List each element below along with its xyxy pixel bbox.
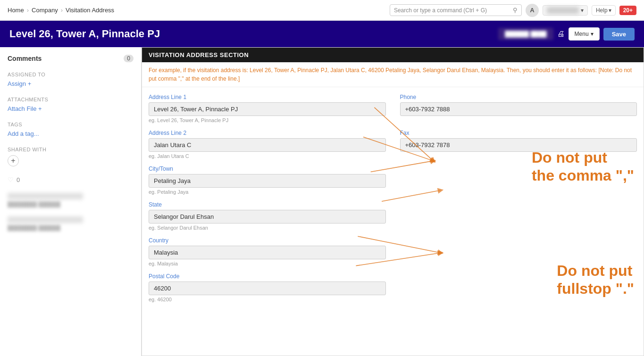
state-label: State xyxy=(149,201,386,208)
address-line2-label: Address Line 2 xyxy=(149,130,386,136)
blurred-text-1: ████████████████████ xyxy=(8,193,83,199)
save-button[interactable]: Save xyxy=(603,28,635,41)
state-right-spacer xyxy=(400,201,637,231)
breadcrumb-current: Visitation Address xyxy=(66,7,114,14)
city-example: eg. Petaling Jaya xyxy=(149,189,386,195)
address-line1-label: Address Line 1 xyxy=(149,94,386,100)
postal-right-spacer xyxy=(400,273,637,302)
address-line1-input[interactable] xyxy=(149,102,386,116)
username-blurred: ████████ xyxy=(547,7,579,14)
dropdown-arrow-icon: ▾ xyxy=(581,7,584,14)
postal-col: Postal Code eg. 46200 xyxy=(149,273,386,302)
blurred-subtext-2: ████████ ██████ xyxy=(8,225,134,231)
city-input[interactable] xyxy=(149,174,386,188)
comments-label: Comments xyxy=(8,55,42,62)
postal-example: eg. 46200 xyxy=(149,297,386,302)
sidebar-blurred-section1: ████████████████████ ████████ ██████ xyxy=(8,193,134,207)
breadcrumb-company[interactable]: Company xyxy=(32,7,58,14)
breadcrumb-sep1: › xyxy=(27,7,29,14)
breadcrumb-sep2: › xyxy=(61,7,63,14)
sidebar-likes-section: ♡ 0 xyxy=(8,176,134,183)
help-button[interactable]: Help ▾ xyxy=(592,5,616,16)
country-right-spacer xyxy=(400,237,637,266)
sidebar-shared-section: SHARED WITH + xyxy=(8,147,134,166)
shared-with-title: SHARED WITH xyxy=(8,147,134,152)
address-line1-col: Address Line 1 eg. Level 26, Tower A, Pi… xyxy=(149,94,386,123)
address-line2-example: eg. Jalan Utara C xyxy=(149,153,386,159)
section-header: VISITATION ADDRESS SECTION xyxy=(142,48,644,62)
main-container: Comments 0 ASSIGNED TO Assign + ATTACHME… xyxy=(0,47,644,356)
form-row-3: City/Town eg. Petaling Jaya xyxy=(149,166,637,195)
notification-button[interactable]: 20+ xyxy=(619,6,636,15)
form-row-5: Country eg. Malaysia xyxy=(149,237,637,266)
blurred-action-button[interactable]: ██████ ████ xyxy=(498,28,553,40)
add-tag-link[interactable]: Add a tag... xyxy=(8,130,39,137)
fax-input[interactable] xyxy=(400,138,637,152)
help-arrow-icon: ▾ xyxy=(609,7,611,14)
attachments-title: ATTACHMENTS xyxy=(8,97,134,102)
blurred-subtext-1: ████████ ██████ xyxy=(8,201,134,207)
address-line2-input[interactable] xyxy=(149,138,386,152)
phone-label: Phone xyxy=(400,94,637,100)
attach-file-link[interactable]: Attach File + xyxy=(8,105,42,112)
form-row-4: State eg. Selangor Darul Ehsan xyxy=(149,201,637,231)
menu-arrow-icon: ▾ xyxy=(591,31,594,37)
country-example: eg. Malaysia xyxy=(149,261,386,266)
phone-input[interactable] xyxy=(400,102,637,116)
country-label: Country xyxy=(149,237,386,244)
sidebar: Comments 0 ASSIGNED TO Assign + ATTACHME… xyxy=(0,47,142,356)
state-input[interactable] xyxy=(149,210,386,224)
sidebar-comments-section: Comments 0 xyxy=(8,55,134,62)
fax-col: Fax xyxy=(400,130,637,159)
city-label: City/Town xyxy=(149,166,386,172)
city-col: City/Town eg. Petaling Jaya xyxy=(149,166,386,195)
country-input[interactable] xyxy=(149,246,386,259)
tags-title: TAGS xyxy=(8,122,134,127)
likes-count: 0 xyxy=(17,176,20,183)
header-actions: ██████ ████ 🖨 Menu ▾ Save xyxy=(498,27,635,41)
section-note: For example, if the visitation address i… xyxy=(142,62,644,87)
add-shared-button[interactable]: + xyxy=(8,155,19,166)
sidebar-attachments-section: ATTACHMENTS Attach File + xyxy=(8,97,134,112)
search-input[interactable] xyxy=(394,7,511,14)
avatar-button[interactable]: A xyxy=(526,4,539,17)
sidebar-tags-section: TAGS Add a tag... xyxy=(8,122,134,137)
comments-count: 0 xyxy=(124,55,134,62)
form-row-6: Postal Code eg. 46200 xyxy=(149,273,637,302)
city-right-spacer xyxy=(400,166,637,195)
sidebar-blurred-section2: ████████████████████ ████████ ██████ xyxy=(8,216,134,231)
user-dropdown[interactable]: ████████ ▾ xyxy=(543,5,588,16)
printer-icon: 🖨 xyxy=(557,30,565,38)
assigned-to-title: ASSIGNED TO xyxy=(8,72,134,77)
page-title: Level 26, Tower A, Pinnacle PJ xyxy=(9,28,498,40)
form-content: Address Line 1 eg. Level 26, Tower A, Pi… xyxy=(142,87,644,315)
state-example: eg. Selangor Darul Ehsan xyxy=(149,225,386,231)
search-bar: ⚲ xyxy=(390,4,522,16)
print-button[interactable]: 🖨 xyxy=(557,30,565,38)
assign-link[interactable]: Assign + xyxy=(8,80,31,87)
content-area: VISITATION ADDRESS SECTION For example, … xyxy=(142,47,644,356)
state-col: State eg. Selangor Darul Ehsan xyxy=(149,201,386,231)
top-nav: Home › Company › Visitation Address ⚲ A … xyxy=(0,0,644,21)
postal-input[interactable] xyxy=(149,281,386,295)
sidebar-assigned-section: ASSIGNED TO Assign + xyxy=(8,72,134,87)
form-row-1: Address Line 1 eg. Level 26, Tower A, Pi… xyxy=(149,94,637,123)
address-line1-example: eg. Level 26, Tower A, Pinnacle PJ xyxy=(149,117,386,123)
phone-col: Phone xyxy=(400,94,637,123)
header-bar: Level 26, Tower A, Pinnacle PJ ██████ ██… xyxy=(0,21,644,47)
blurred-text-2: ████████████████████ xyxy=(8,216,83,223)
breadcrumb: Home › Company › Visitation Address xyxy=(8,7,386,14)
breadcrumb-home[interactable]: Home xyxy=(8,7,24,14)
country-col: Country eg. Malaysia xyxy=(149,237,386,266)
fax-label: Fax xyxy=(400,130,637,136)
heart-icon: ♡ xyxy=(8,176,14,183)
address-line2-col: Address Line 2 eg. Jalan Utara C xyxy=(149,130,386,159)
postal-label: Postal Code xyxy=(149,273,386,280)
menu-button[interactable]: Menu ▾ xyxy=(569,27,600,41)
search-icon: ⚲ xyxy=(513,7,518,14)
form-row-2: Address Line 2 eg. Jalan Utara C Fax xyxy=(149,130,637,159)
